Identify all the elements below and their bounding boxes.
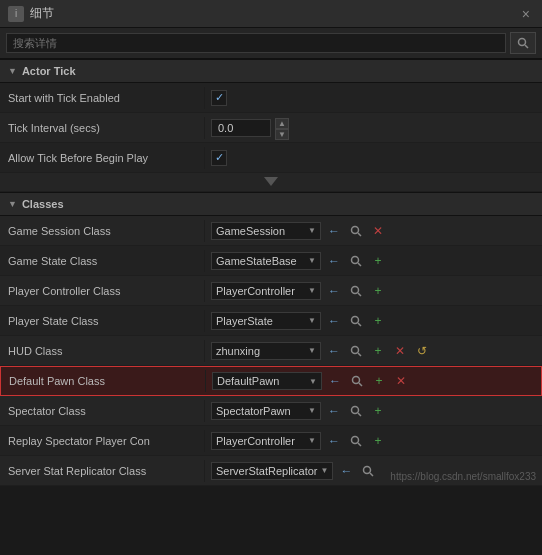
- default-pawn-search-icon[interactable]: [348, 373, 366, 389]
- search-button[interactable]: [510, 32, 536, 54]
- game-session-dropdown-value: GameSession: [216, 225, 285, 237]
- game-state-plus-icon[interactable]: +: [369, 252, 387, 270]
- default-pawn-dropdown-value: DefaultPawn: [217, 375, 279, 387]
- replay-spectator-arrow-icon[interactable]: ←: [325, 432, 343, 450]
- svg-line-4: [358, 233, 361, 236]
- server-stat-dropdown-value: ServerStatReplicator: [216, 465, 318, 477]
- divider-arrow: [0, 173, 542, 192]
- game-session-value: GameSession ▼ ← ✕: [205, 218, 542, 244]
- svg-line-8: [358, 293, 361, 296]
- svg-point-7: [352, 286, 359, 293]
- watermark: https://blog.csdn.net/smallfox233: [390, 471, 536, 482]
- player-state-row: Player State Class PlayerState ▼ ← +: [0, 306, 542, 336]
- svg-line-10: [358, 323, 361, 326]
- game-state-label: Game State Class: [0, 250, 205, 272]
- start-tick-label: Start with Tick Enabled: [0, 87, 205, 109]
- player-state-search-icon[interactable]: [347, 313, 365, 329]
- spectator-class-search-icon[interactable]: [347, 403, 365, 419]
- svg-line-12: [358, 353, 361, 356]
- svg-point-5: [352, 256, 359, 263]
- player-state-dropdown[interactable]: PlayerState ▼: [211, 312, 321, 330]
- hud-class-dropdown-value: zhunxing: [216, 345, 260, 357]
- spectator-class-dropdown-arrow: ▼: [308, 406, 316, 415]
- tick-down-arrow[interactable]: ▼: [275, 129, 289, 140]
- game-session-dropdown[interactable]: GameSession ▼: [211, 222, 321, 240]
- game-state-dropdown-arrow: ▼: [308, 256, 316, 265]
- player-controller-dropdown-value: PlayerController: [216, 285, 295, 297]
- spectator-class-plus-icon[interactable]: +: [369, 402, 387, 420]
- player-controller-dropdown[interactable]: PlayerController ▼: [211, 282, 321, 300]
- server-stat-search-icon[interactable]: [359, 463, 377, 479]
- panel-title: 细节: [30, 5, 54, 22]
- hud-class-cross-icon[interactable]: ✕: [391, 342, 409, 360]
- search-bar: [0, 28, 542, 59]
- game-session-label: Game Session Class: [0, 220, 205, 242]
- server-stat-dropdown-arrow: ▼: [321, 466, 329, 475]
- game-session-arrow-icon[interactable]: ←: [325, 222, 343, 240]
- hud-class-search-icon[interactable]: [347, 343, 365, 359]
- player-state-label: Player State Class: [0, 310, 205, 332]
- hud-class-arrow-icon[interactable]: ←: [325, 342, 343, 360]
- player-state-plus-icon[interactable]: +: [369, 312, 387, 330]
- default-pawn-arrow-icon[interactable]: ←: [326, 372, 344, 390]
- spectator-class-value: SpectatorPawn ▼ ← +: [205, 398, 542, 424]
- game-state-arrow-icon[interactable]: ←: [325, 252, 343, 270]
- hud-class-dropdown[interactable]: zhunxing ▼: [211, 342, 321, 360]
- hud-class-undo-icon[interactable]: ↺: [413, 342, 431, 360]
- svg-line-1: [525, 45, 528, 48]
- replay-spectator-search-icon[interactable]: [347, 433, 365, 449]
- server-stat-label: Server Stat Replicator Class: [0, 460, 205, 482]
- hud-class-plus-icon[interactable]: +: [369, 342, 387, 360]
- svg-point-17: [352, 436, 359, 443]
- player-controller-row: Player Controller Class PlayerController…: [0, 276, 542, 306]
- allow-tick-checkbox[interactable]: [211, 150, 227, 166]
- game-state-search-icon[interactable]: [347, 253, 365, 269]
- search-input[interactable]: [6, 33, 506, 53]
- tick-up-arrow[interactable]: ▲: [275, 118, 289, 129]
- actor-tick-section-header[interactable]: ▼ Actor Tick: [0, 59, 542, 83]
- player-state-arrow-icon[interactable]: ←: [325, 312, 343, 330]
- player-controller-arrow-icon[interactable]: ←: [325, 282, 343, 300]
- server-stat-arrow-icon[interactable]: ←: [337, 462, 355, 480]
- game-session-row: Game Session Class GameSession ▼ ← ✕: [0, 216, 542, 246]
- svg-point-13: [353, 377, 360, 384]
- classes-collapse-arrow: ▼: [8, 199, 17, 209]
- game-state-value: GameStateBase ▼ ← +: [205, 248, 542, 274]
- tick-interval-input[interactable]: [211, 119, 271, 137]
- spectator-class-arrow-icon[interactable]: ←: [325, 402, 343, 420]
- game-session-cross-icon[interactable]: ✕: [369, 222, 387, 240]
- player-controller-search-icon[interactable]: [347, 283, 365, 299]
- start-tick-value: [205, 86, 542, 110]
- game-state-dropdown[interactable]: GameStateBase ▼: [211, 252, 321, 270]
- spectator-class-dropdown[interactable]: SpectatorPawn ▼: [211, 402, 321, 420]
- player-state-dropdown-value: PlayerState: [216, 315, 273, 327]
- title-bar-left: i 细节: [8, 5, 54, 22]
- hud-class-dropdown-arrow: ▼: [308, 346, 316, 355]
- start-tick-checkbox[interactable]: [211, 90, 227, 106]
- spectator-class-label: Spectator Class: [0, 400, 205, 422]
- replay-spectator-label: Replay Spectator Player Con: [0, 430, 205, 452]
- game-state-row: Game State Class GameStateBase ▼ ← +: [0, 246, 542, 276]
- default-pawn-cross-icon[interactable]: ✕: [392, 372, 410, 390]
- spectator-class-row: Spectator Class SpectatorPawn ▼ ← +: [0, 396, 542, 426]
- player-controller-plus-icon[interactable]: +: [369, 282, 387, 300]
- classes-label: Classes: [22, 198, 64, 210]
- replay-spectator-dropdown[interactable]: PlayerController ▼: [211, 432, 321, 450]
- svg-line-6: [358, 263, 361, 266]
- close-button[interactable]: ×: [518, 6, 534, 22]
- classes-section-header[interactable]: ▼ Classes: [0, 192, 542, 216]
- svg-line-16: [358, 413, 361, 416]
- replay-spectator-dropdown-value: PlayerController: [216, 435, 295, 447]
- svg-line-20: [370, 473, 373, 476]
- tick-interval-row: Tick Interval (secs) ▲ ▼: [0, 113, 542, 143]
- server-stat-dropdown[interactable]: ServerStatReplicator ▼: [211, 462, 333, 480]
- default-pawn-dropdown[interactable]: DefaultPawn ▼: [212, 372, 322, 390]
- svg-marker-2: [264, 177, 278, 186]
- player-state-value: PlayerState ▼ ← +: [205, 308, 542, 334]
- allow-tick-row: Allow Tick Before Begin Play: [0, 143, 542, 173]
- svg-point-15: [352, 406, 359, 413]
- default-pawn-plus-icon[interactable]: +: [370, 372, 388, 390]
- hud-class-value: zhunxing ▼ ← + ✕ ↺: [205, 338, 542, 364]
- game-session-search-icon[interactable]: [347, 223, 365, 239]
- replay-spectator-plus-icon[interactable]: +: [369, 432, 387, 450]
